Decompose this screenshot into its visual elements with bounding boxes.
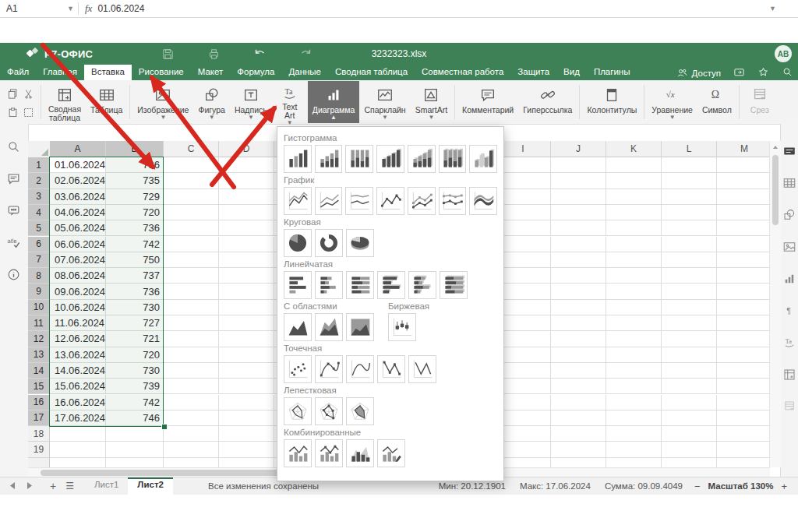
cell-L10[interactable] [662, 300, 717, 315]
cell-B1[interactable]: 736 [106, 157, 164, 173]
cell-M6[interactable] [717, 237, 770, 252]
cell-A7[interactable]: 07.06.2024 [50, 252, 106, 268]
toolbar-button-фигура[interactable]: Фигура▼ [193, 81, 230, 123]
vertical-scrollbar[interactable] [769, 141, 781, 467]
cell-L17[interactable] [662, 410, 717, 426]
cell-L12[interactable] [662, 331, 717, 347]
row-header-11[interactable]: 11 [28, 315, 50, 331]
toolbar-button-изображение[interactable]: Изображение▼ [132, 81, 193, 123]
prev-sheet-icon[interactable] [9, 481, 16, 491]
cell-A2[interactable]: 02.06.2024 [50, 173, 106, 188]
cell-D10[interactable] [219, 300, 274, 315]
cell-D15[interactable] [219, 379, 274, 394]
toolbar-button-символ[interactable]: Ω Символ [697, 81, 736, 123]
cell-M2[interactable] [717, 173, 770, 188]
row-header-3[interactable]: 3 [28, 189, 50, 205]
pivot-settings-icon[interactable] [782, 368, 796, 384]
cell-J6[interactable] [551, 237, 606, 252]
cell-A15[interactable]: 15.06.2024 [50, 379, 106, 394]
cell-L5[interactable] [662, 220, 717, 236]
chart-type-combo-col-line-sec[interactable] [315, 439, 343, 467]
chart-type-radar[interactable] [284, 397, 312, 425]
row-header-5[interactable]: 5 [28, 220, 50, 236]
sheet-tab-Лист1[interactable]: Лист1 [85, 477, 128, 495]
chart-type-area-stacked[interactable] [315, 313, 343, 341]
cell-J4[interactable] [551, 205, 606, 220]
cell-K3[interactable] [606, 189, 662, 205]
cell-C10[interactable] [164, 300, 219, 315]
cell-A19[interactable] [50, 442, 106, 457]
cell-J3[interactable] [551, 189, 606, 205]
cell-K1[interactable] [606, 157, 662, 173]
cell-A18[interactable] [50, 426, 106, 442]
menu-tab-Макет[interactable]: Макет [191, 65, 231, 80]
share-folder-icon[interactable] [733, 66, 745, 79]
cell-C18[interactable] [164, 426, 219, 442]
chart-type-col-stacked-pct[interactable] [345, 145, 373, 173]
toolbar-button-колонтитулы[interactable]: Колонтитулы [582, 81, 641, 123]
cell-K14[interactable] [606, 363, 662, 379]
cell-M15[interactable] [717, 379, 770, 394]
chart-type-pie[interactable] [284, 229, 312, 257]
cell-J13[interactable] [551, 347, 606, 363]
chart-type-bar-clustered[interactable] [284, 271, 312, 299]
row-header-7[interactable]: 7 [28, 252, 50, 268]
cell-B17[interactable]: 746 [106, 410, 164, 426]
cell-K[interactable] [606, 458, 662, 467]
cell-M9[interactable] [717, 284, 770, 299]
cell-J17[interactable] [551, 410, 606, 426]
row-header-9[interactable]: 9 [28, 284, 50, 299]
chart-type-scatter[interactable] [284, 355, 312, 383]
cell-K10[interactable] [606, 300, 662, 315]
cell-M16[interactable] [717, 395, 770, 410]
cell-K13[interactable] [606, 347, 662, 363]
cell-D3[interactable] [219, 189, 274, 205]
print-icon[interactable] [207, 48, 221, 61]
cell-B19[interactable] [106, 442, 164, 457]
cell-D1[interactable] [219, 157, 274, 173]
cell-K15[interactable] [606, 379, 662, 394]
toolbar-button-срез[interactable]: Срез [742, 81, 778, 123]
copy-icon[interactable] [5, 85, 19, 102]
cell-D5[interactable] [219, 220, 274, 236]
row-header-17[interactable]: 17 [28, 410, 50, 426]
cell-A10[interactable]: 10.06.2024 [50, 300, 106, 315]
row-header-18[interactable]: 18 [28, 426, 50, 442]
chart-type-bar3d-stacked-pct[interactable] [440, 271, 468, 299]
cell-A12[interactable]: 12.06.2024 [50, 331, 106, 347]
column-header-D[interactable]: D [219, 141, 274, 157]
row-header-6[interactable]: 6 [28, 237, 50, 252]
menu-tab-Защита[interactable]: Защита [510, 65, 556, 80]
chart-type-bar3d-clustered[interactable] [377, 271, 405, 299]
cell-D14[interactable] [219, 363, 274, 379]
row-header-15[interactable]: 15 [28, 379, 50, 394]
zoom-out-button[interactable]: − [694, 481, 701, 492]
cell-A4[interactable]: 04.06.2024 [50, 205, 106, 220]
cell-K16[interactable] [606, 395, 662, 410]
cell-J11[interactable] [551, 315, 606, 331]
cell-B[interactable] [106, 458, 164, 467]
cell-C13[interactable] [164, 347, 219, 363]
chart-type-line-pct[interactable] [345, 187, 373, 215]
chart-type-scatter-straight[interactable] [408, 355, 436, 383]
cell-A1[interactable]: 01.06.2024 [50, 157, 106, 173]
chart-type-radar-filled[interactable] [346, 397, 374, 425]
shape-settings-icon[interactable] [782, 208, 796, 224]
chart-type-bar-stacked[interactable] [315, 271, 343, 299]
vertical-scroll-thumb[interactable] [772, 155, 779, 225]
chart-type-combo-col-line[interactable] [284, 439, 312, 467]
cell-M8[interactable] [717, 268, 770, 284]
cell-L11[interactable] [662, 315, 717, 331]
textart-settings-icon[interactable]: Ta [782, 336, 796, 352]
cell-J5[interactable] [551, 220, 606, 236]
next-sheet-icon[interactable] [26, 481, 33, 491]
menu-tab-Главная[interactable]: Главная [36, 65, 84, 80]
scroll-up-icon[interactable] [772, 143, 779, 153]
cell-B6[interactable]: 742 [106, 237, 164, 252]
cell-B15[interactable]: 739 [106, 379, 164, 394]
search-icon[interactable] [782, 66, 793, 79]
menu-tab-Вставка[interactable]: Вставка [84, 65, 132, 80]
column-header-K[interactable]: K [606, 141, 662, 157]
row-header-19[interactable]: 19 [28, 442, 50, 457]
cell-L2[interactable] [662, 173, 717, 188]
